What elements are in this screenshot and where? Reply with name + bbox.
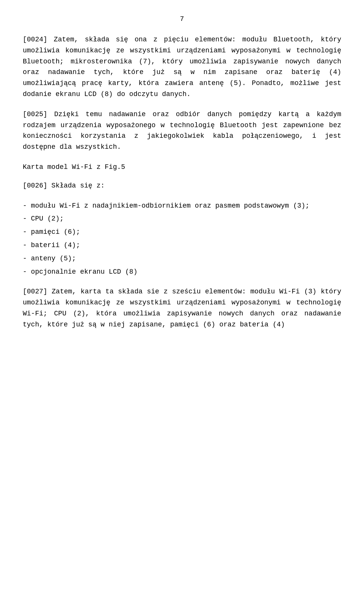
paragraph-0026-intro-text: [0026] Składa się z:: [23, 182, 105, 189]
main-content: [0024] Zatem, składa się ona z pięciu el…: [23, 34, 341, 330]
list-item-1: - CPU (2);: [23, 213, 341, 224]
list-item-0-text: - modułu Wi-Fi z nadajnikiem-odbiornikie…: [23, 202, 309, 210]
paragraph-0026-intro: [0026] Składa się z:: [23, 180, 341, 191]
paragraph-0025-text: [0025] Dzięki temu nadawanie oraz odbiór…: [23, 110, 341, 151]
page-number: 7: [23, 15, 341, 23]
list-item-4-text: - anteny (5);: [23, 255, 76, 262]
paragraph-0025: [0025] Dzięki temu nadawanie oraz odbiór…: [23, 109, 341, 153]
paragraph-0027: [0027] Zatem, karta ta składa sie z sześ…: [23, 286, 341, 330]
list-item-3: - baterii (4);: [23, 240, 341, 251]
list-item-0: - modułu Wi-Fi z nadajnikiem-odbiornikie…: [23, 200, 341, 211]
list-item-5-text: - opcjonalnie ekranu LCD (8): [23, 268, 137, 276]
list-item-2-text: - pamięci (6);: [23, 228, 80, 236]
list-section-0026: [0026] Składa się z: - modułu Wi-Fi z na…: [23, 180, 341, 277]
list-item-3-text: - baterii (4);: [23, 241, 80, 249]
paragraph-0024-text: [0024] Zatem, składa się ona z pięciu el…: [23, 36, 341, 98]
list-item-2: - pamięci (6);: [23, 227, 341, 238]
paragraph-0024: [0024] Zatem, składa się ona z pięciu el…: [23, 34, 341, 100]
section-title-wifi: Karta model Wi-Fi z Fig.5: [23, 162, 341, 173]
section-title-text: Karta model Wi-Fi z Fig.5: [23, 163, 125, 171]
paragraph-0027-text: [0027] Zatem, karta ta składa sie z sześ…: [23, 288, 341, 328]
list-item-5: - opcjonalnie ekranu LCD (8): [23, 266, 341, 277]
list-item-1-text: - CPU (2);: [23, 215, 64, 222]
list-item-4: - anteny (5);: [23, 253, 341, 264]
